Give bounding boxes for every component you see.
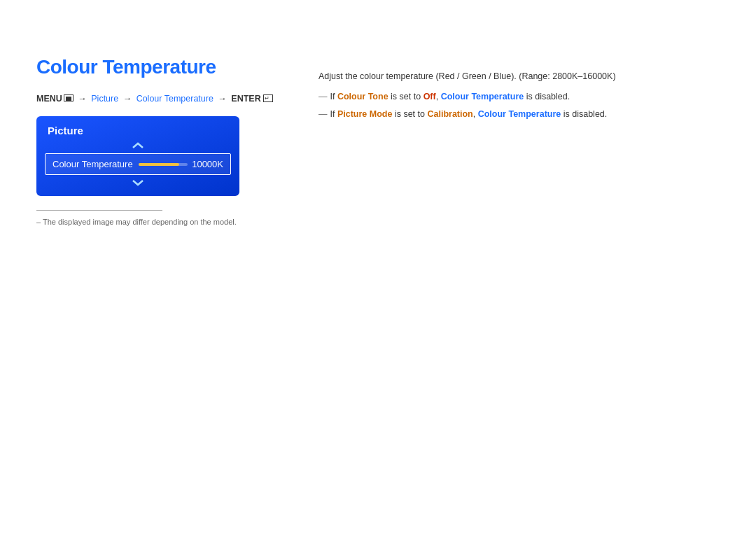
enter-icon bbox=[263, 94, 273, 102]
colour-temp-highlight1: Colour Temperature bbox=[441, 92, 524, 101]
info-item-1: — If Colour Tone is set to Off, Colour T… bbox=[318, 90, 732, 104]
right-panel: Adjust the colour temperature (Red / Gre… bbox=[318, 70, 732, 125]
picture-mode-highlight: Picture Mode bbox=[337, 109, 393, 119]
temperature-label: Colour Temperature bbox=[52, 159, 133, 169]
temperature-value: 10000K bbox=[192, 159, 223, 169]
arrow2: → bbox=[120, 94, 134, 104]
dash2: — bbox=[318, 108, 328, 121]
colour-temp-highlight2: Colour Temperature bbox=[478, 109, 561, 119]
slider-track[interactable] bbox=[139, 163, 188, 166]
info2-text: If Picture Mode is set to Calibration, C… bbox=[330, 108, 608, 121]
menu-label: MENU bbox=[36, 94, 62, 104]
menu-icon bbox=[64, 94, 74, 101]
info1-text: If Colour Tone is set to Off, Colour Tem… bbox=[330, 90, 570, 104]
chevron-down-icon[interactable] bbox=[36, 179, 239, 186]
calibration-highlight: Calibration bbox=[427, 109, 472, 119]
colour-tone-highlight: Colour Tone bbox=[337, 92, 388, 101]
chevron-up-icon[interactable] bbox=[36, 142, 239, 149]
disclaimer-note: The displayed image may differ depending… bbox=[36, 218, 720, 226]
slider-area: 10000K bbox=[139, 159, 223, 169]
divider bbox=[36, 210, 162, 211]
dash1: — bbox=[318, 90, 328, 104]
slider-fill bbox=[139, 163, 179, 166]
info-item-2: — If Picture Mode is set to Calibration,… bbox=[318, 108, 732, 121]
off-highlight: Off bbox=[424, 92, 436, 101]
description-text: Adjust the colour temperature (Red / Gre… bbox=[318, 70, 732, 83]
path-colour-temp: Colour Temperature bbox=[136, 94, 214, 104]
arrow1: → bbox=[76, 94, 89, 104]
temperature-row: Colour Temperature 10000K bbox=[45, 153, 231, 175]
picture-ui-box: Picture Colour Temperature 10000K bbox=[36, 116, 239, 196]
picture-box-title: Picture bbox=[36, 125, 239, 142]
enter-label: ENTER bbox=[231, 94, 260, 104]
path-picture: Picture bbox=[91, 94, 118, 104]
arrow3: → bbox=[216, 94, 229, 104]
